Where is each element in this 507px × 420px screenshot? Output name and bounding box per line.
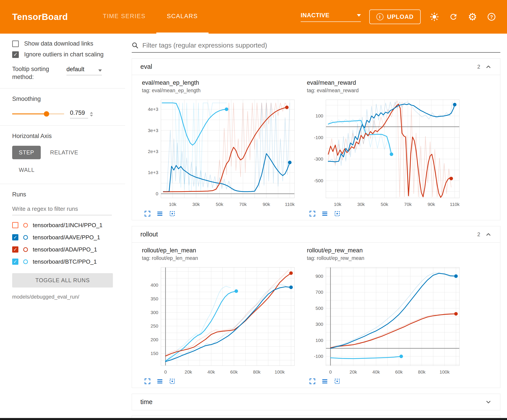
smoothing-row <box>12 110 116 118</box>
plot-eval-mean-ep-length[interactable]: 01e+32e+33e+34e+310k30k50k70k90k110k <box>142 96 299 210</box>
svg-text:200: 200 <box>151 337 158 342</box>
upload-button[interactable]: i UPLOAD <box>369 9 421 24</box>
run-color-circle <box>23 247 28 252</box>
svg-text:700: 700 <box>316 289 323 295</box>
svg-text:80k: 80k <box>418 369 426 374</box>
section-rollout-header[interactable]: rollout 2 <box>132 226 500 242</box>
refresh-icon[interactable] <box>448 12 459 22</box>
run-label: tensorboard/AAVE/PPO_1 <box>33 234 100 241</box>
smoothing-value-input[interactable] <box>70 110 88 118</box>
chevron-up-icon[interactable] <box>485 231 492 238</box>
checkbox-label: Show data download links <box>24 40 93 47</box>
svg-text:50k: 50k <box>381 202 388 207</box>
run-checkbox[interactable]: ✓ <box>12 246 18 253</box>
svg-text:60k: 60k <box>395 369 403 374</box>
slider-knob[interactable] <box>44 111 49 117</box>
axis-option-relative[interactable]: RELATIVE <box>43 146 85 159</box>
svg-text:3e+3: 3e+3 <box>148 128 158 133</box>
run-label: tensorboard/BTC/PPO_1 <box>33 258 97 265</box>
run-checkbox[interactable]: ✓ <box>12 234 18 241</box>
smoothing-value-wrap <box>70 110 93 118</box>
runs-filter-input[interactable] <box>12 203 112 215</box>
svg-text:500: 500 <box>316 306 323 311</box>
smoothing-slider[interactable] <box>12 113 64 114</box>
status-dropdown[interactable]: INACTIVE <box>301 12 361 22</box>
view-data-icon[interactable] <box>322 378 328 385</box>
runs-list: tensorboard/1INCH/PPO_1✓tensorboard/AAVE… <box>12 222 116 265</box>
svg-text:40k: 40k <box>207 369 215 374</box>
chart-tag: tag: rollout/ep_len_mean <box>142 255 299 261</box>
fit-to-data-icon[interactable] <box>334 210 340 217</box>
tag-filter-input[interactable] <box>142 41 500 49</box>
divider <box>0 184 125 184</box>
search-icon <box>132 42 138 49</box>
svg-text:-300: -300 <box>314 156 323 161</box>
general-settings: Show data download links✓Ignore outliers… <box>12 40 116 58</box>
chart-toolbar <box>142 210 299 217</box>
settings-icon[interactable]: ⚙ <box>467 12 478 22</box>
fit-to-data-icon[interactable] <box>169 210 176 217</box>
chevron-up-icon[interactable] <box>485 63 492 70</box>
run-color-circle <box>23 259 28 264</box>
view-data-icon[interactable] <box>322 210 328 217</box>
smoothing-label: Smoothing <box>12 96 116 102</box>
svg-text:30k: 30k <box>357 202 365 207</box>
axis-option-step[interactable]: STEP <box>12 146 41 159</box>
tab-scalars[interactable]: SCALARS <box>156 0 209 34</box>
svg-text:110k: 110k <box>285 202 295 207</box>
plot-rollout-ep-rew-mean[interactable]: -100100300500700900020k40k60k80k100k <box>307 264 464 378</box>
tensorboard-app: TensorBoard TIME SERIES SCALARS INACTIVE… <box>0 0 507 418</box>
fit-to-data-icon[interactable] <box>169 378 176 385</box>
chart-eval-mean-reward: eval/mean_reward tag: eval/mean_reward -… <box>307 79 464 217</box>
fit-to-data-icon[interactable] <box>334 378 340 385</box>
run-row[interactable]: ✓tensorboard/ADA/PPO_1 <box>12 246 116 253</box>
horizontal-axis-options: STEPRELATIVEWALL <box>12 146 94 177</box>
gear-glyph: ⚙ <box>468 12 477 22</box>
help-icon[interactable]: ? <box>486 12 497 22</box>
chevron-down-icon[interactable] <box>485 399 492 405</box>
svg-text:-100: -100 <box>314 135 323 140</box>
fullscreen-icon[interactable] <box>309 378 316 385</box>
plot-rollout-ep-len-mean[interactable]: 150200250300350400020k40k60k80k100k <box>142 264 299 378</box>
checkbox[interactable] <box>12 41 19 47</box>
toggle-all-runs-button[interactable]: TOGGLE ALL RUNS <box>12 273 113 288</box>
section-rollout: rollout 2 rollout/ep_len_mean tag: rollo… <box>132 226 500 388</box>
settings-checkbox-row[interactable]: Show data download links <box>12 40 116 47</box>
chart-toolbar <box>307 378 464 385</box>
stepper-up-icon[interactable] <box>90 112 93 114</box>
tooltip-sorting-select[interactable]: default <box>66 66 102 75</box>
run-row[interactable]: tensorboard/1INCH/PPO_1 <box>12 222 116 229</box>
slider-fill <box>12 113 47 114</box>
status-label: INACTIVE <box>301 12 330 19</box>
plot-eval-mean-reward[interactable]: -500-300-10010010k30k50k70k90k110k <box>307 96 464 210</box>
checkbox-checked[interactable]: ✓ <box>12 51 19 58</box>
run-row[interactable]: ✓tensorboard/BTC/PPO_1 <box>12 258 116 265</box>
tag-filter-row <box>132 41 500 53</box>
fullscreen-icon[interactable] <box>309 210 316 217</box>
top-bar: TensorBoard TIME SERIES SCALARS INACTIVE… <box>0 0 507 34</box>
svg-text:4e+3: 4e+3 <box>148 107 158 112</box>
run-row[interactable]: ✓tensorboard/AAVE/PPO_1 <box>12 234 116 241</box>
chart-tag: tag: eval/mean_ep_length <box>142 88 299 94</box>
smoothing-stepper[interactable] <box>90 112 93 118</box>
fullscreen-icon[interactable] <box>144 210 151 217</box>
view-data-icon[interactable] <box>156 210 163 217</box>
settings-checkbox-row[interactable]: ✓Ignore outliers in chart scaling <box>12 51 116 58</box>
chart-rollout-ep-len-mean: rollout/ep_len_mean tag: rollout/ep_len_… <box>142 247 299 385</box>
chart-rollout-ep-rew-mean: rollout/ep_rew_mean tag: rollout/ep_rew_… <box>307 247 464 385</box>
view-data-icon[interactable] <box>156 378 163 385</box>
stepper-down-icon[interactable] <box>90 115 93 117</box>
axis-option-wall[interactable]: WALL <box>12 163 41 177</box>
divider <box>0 88 125 89</box>
svg-text:100: 100 <box>316 338 323 343</box>
section-eval-header[interactable]: eval 2 <box>132 59 500 75</box>
settings-sidebar: Show data download links✓Ignore outliers… <box>0 34 125 418</box>
tab-time-series[interactable]: TIME SERIES <box>92 0 156 34</box>
run-checkbox[interactable] <box>12 222 18 228</box>
fullscreen-icon[interactable] <box>144 378 151 385</box>
section-time-header[interactable]: time <box>132 394 500 410</box>
run-checkbox[interactable]: ✓ <box>12 259 18 265</box>
brightness-icon[interactable] <box>429 12 440 22</box>
section-title: eval <box>140 63 152 70</box>
section-title: time <box>140 398 153 406</box>
